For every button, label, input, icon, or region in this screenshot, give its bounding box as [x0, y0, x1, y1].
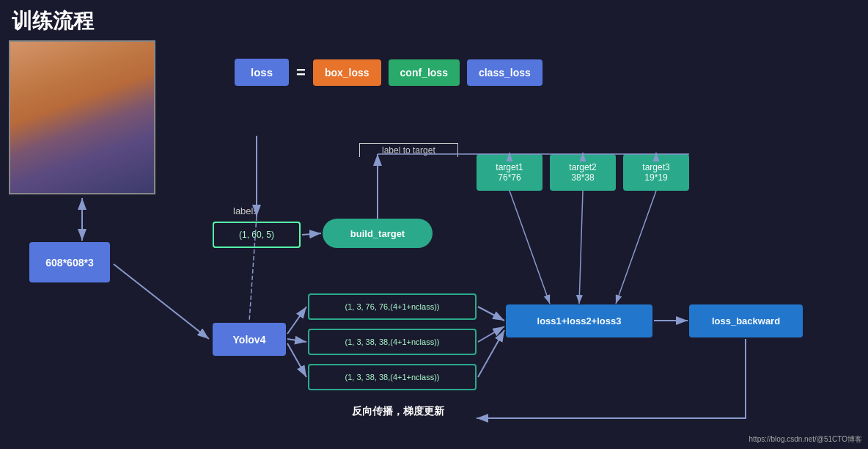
watermark: https://blog.csdn.net/@51CTO博客: [749, 434, 862, 445]
backprop-text: 反向传播，梯度更新: [352, 405, 444, 418]
feat-box-3: (1, 3, 38, 38,(4+1+nclass)): [308, 364, 477, 390]
conf-loss-box: conf_loss: [389, 59, 460, 86]
svg-line-20: [579, 191, 583, 304]
build-target-box: build_target: [323, 219, 433, 248]
svg-line-21: [616, 191, 656, 304]
class-loss-box: class_loss: [467, 59, 542, 86]
input-image: [9, 40, 155, 194]
loss-equation-row: loss = box_loss conf_loss class_loss: [235, 59, 542, 86]
svg-line-17: [478, 326, 504, 342]
yolov4-box: Yolov4: [213, 323, 286, 356]
target2-box: target2 38*38: [550, 154, 616, 191]
svg-line-14: [287, 339, 306, 342]
box-loss-box: box_loss: [313, 59, 381, 86]
svg-line-5: [302, 233, 321, 235]
feat-box-1: (1, 3, 76, 76,(4+1+nclass)): [308, 293, 477, 320]
loss-backward-box: loss_backward: [689, 304, 803, 337]
target1-box: target1 76*76: [477, 154, 542, 191]
svg-line-19: [510, 191, 550, 304]
svg-line-18: [478, 330, 504, 377]
input-tensor: 608*608*3: [29, 242, 110, 282]
loss-sum-box: loss1+loss2+loss3: [506, 304, 652, 337]
svg-line-13: [287, 307, 306, 334]
loss-box: loss: [235, 59, 289, 86]
svg-line-16: [478, 307, 504, 321]
svg-line-12: [114, 264, 209, 339]
svg-line-15: [287, 343, 306, 377]
main-container: 训练流程 608*608*3 loss = box_loss conf_loss…: [0, 0, 868, 449]
label-to-target-text: label to target: [359, 143, 458, 157]
labels-text: labels: [233, 205, 258, 216]
labels-tuple: (1, 60, 5): [213, 222, 301, 248]
target3-box: target3 19*19: [623, 154, 689, 191]
page-title: 训练流程: [0, 0, 868, 38]
equals-sign: =: [296, 63, 306, 82]
feat-box-2: (1, 3, 38, 38,(4+1+nclass)): [308, 329, 477, 355]
